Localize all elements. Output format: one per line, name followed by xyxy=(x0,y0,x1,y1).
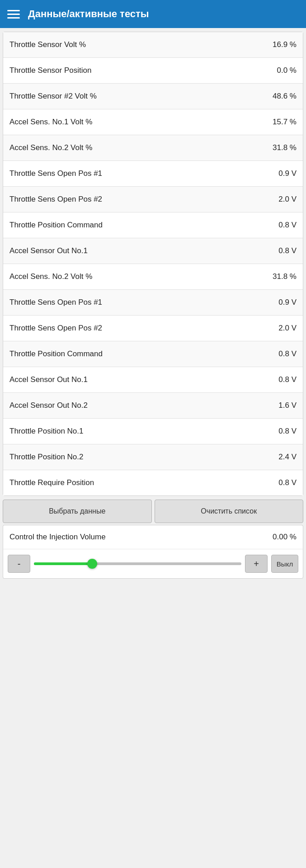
control-label: Control the Injection Volume xyxy=(9,533,106,542)
slider-thumb xyxy=(87,559,97,569)
row-label: Throttle Position Command xyxy=(9,349,260,359)
menu-button[interactable] xyxy=(7,10,20,19)
row-label: Throttle Sensor Volt % xyxy=(9,40,260,49)
row-label: Throttle Sens Open Pos #2 xyxy=(9,195,260,204)
row-value: 16.9 % xyxy=(260,40,297,49)
control-row: Control the Injection Volume 0.00 % xyxy=(3,525,303,549)
page-title: Данные/активные тесты xyxy=(28,8,149,20)
table-row: Throttle Sensor Volt % 16.9 % xyxy=(3,32,303,58)
action-buttons: Выбрать данные Очистить список xyxy=(3,500,303,523)
table-row: Accel Sens. No.1 Volt % 15.7 % xyxy=(3,109,303,135)
table-row: Throttle Sens Open Pos #1 0.9 V xyxy=(3,290,303,316)
row-value: 31.8 % xyxy=(260,272,297,281)
row-label: Throttle Sensor #2 Volt % xyxy=(9,92,260,101)
table-row: Throttle Position No.1 0.8 V xyxy=(3,419,303,444)
row-label: Throttle Sens Open Pos #2 xyxy=(9,324,260,333)
sensor-data-list: Throttle Sensor Volt % 16.9 % Throttle S… xyxy=(3,32,303,496)
row-value: 0.9 V xyxy=(260,298,297,307)
off-button[interactable]: Выкл xyxy=(271,555,298,573)
table-row: Throttle Require Position 0.8 V xyxy=(3,470,303,495)
table-row: Throttle Sens Open Pos #2 2.0 V xyxy=(3,187,303,212)
clear-list-button[interactable]: Очистить список xyxy=(155,500,304,523)
row-label: Throttle Sensor Position xyxy=(9,66,260,75)
row-value: 31.8 % xyxy=(260,143,297,152)
row-label: Throttle Sens Open Pos #1 xyxy=(9,169,260,178)
row-value: 0.8 V xyxy=(260,246,297,255)
slider-fill xyxy=(34,562,92,565)
table-row: Accel Sensor Out No.2 1.6 V xyxy=(3,393,303,419)
table-row: Throttle Sens Open Pos #1 0.9 V xyxy=(3,161,303,187)
row-label: Accel Sensor Out No.1 xyxy=(9,375,260,384)
table-row: Throttle Sensor #2 Volt % 48.6 % xyxy=(3,84,303,109)
table-row: Throttle Sensor Position 0.0 % xyxy=(3,58,303,84)
row-label: Accel Sens. No.1 Volt % xyxy=(9,118,260,127)
row-value: 0.8 V xyxy=(260,349,297,359)
table-row: Throttle Position Command 0.8 V xyxy=(3,341,303,367)
row-label: Throttle Position Command xyxy=(9,221,260,230)
slider-row: - + Выкл xyxy=(3,549,303,579)
row-value: 0.0 % xyxy=(260,66,297,75)
table-row: Accel Sensor Out No.1 0.8 V xyxy=(3,367,303,393)
row-value: 0.8 V xyxy=(260,478,297,487)
minus-button[interactable]: - xyxy=(8,555,30,573)
slider-track[interactable] xyxy=(34,562,241,565)
row-value: 0.8 V xyxy=(260,375,297,384)
table-row: Accel Sensor Out No.1 0.8 V xyxy=(3,238,303,264)
row-value: 2.4 V xyxy=(260,453,297,462)
row-label: Throttle Position No.2 xyxy=(9,453,260,462)
row-label: Accel Sensor Out No.2 xyxy=(9,401,260,410)
row-value: 15.7 % xyxy=(260,118,297,127)
row-value: 0.8 V xyxy=(260,427,297,436)
row-value: 1.6 V xyxy=(260,401,297,410)
row-label: Accel Sens. No.2 Volt % xyxy=(9,272,260,281)
table-row: Throttle Position Command 0.8 V xyxy=(3,212,303,238)
row-label: Throttle Sens Open Pos #1 xyxy=(9,298,260,307)
table-row: Throttle Position No.2 2.4 V xyxy=(3,444,303,470)
table-row: Throttle Sens Open Pos #2 2.0 V xyxy=(3,316,303,341)
row-value: 48.6 % xyxy=(260,92,297,101)
row-label: Accel Sensor Out No.1 xyxy=(9,246,260,255)
app-header: Данные/активные тесты xyxy=(0,0,306,28)
row-value: 0.9 V xyxy=(260,169,297,178)
row-label: Accel Sens. No.2 Volt % xyxy=(9,143,260,152)
table-row: Accel Sens. No.2 Volt % 31.8 % xyxy=(3,264,303,290)
row-value: 0.8 V xyxy=(260,221,297,230)
row-value: 2.0 V xyxy=(260,324,297,333)
table-row: Accel Sens. No.2 Volt % 31.8 % xyxy=(3,135,303,161)
plus-button[interactable]: + xyxy=(245,555,268,573)
row-value: 2.0 V xyxy=(260,195,297,204)
row-label: Throttle Position No.1 xyxy=(9,427,260,436)
select-data-button[interactable]: Выбрать данные xyxy=(3,500,152,523)
row-label: Throttle Require Position xyxy=(9,478,260,487)
control-value: 0.00 % xyxy=(273,533,297,542)
